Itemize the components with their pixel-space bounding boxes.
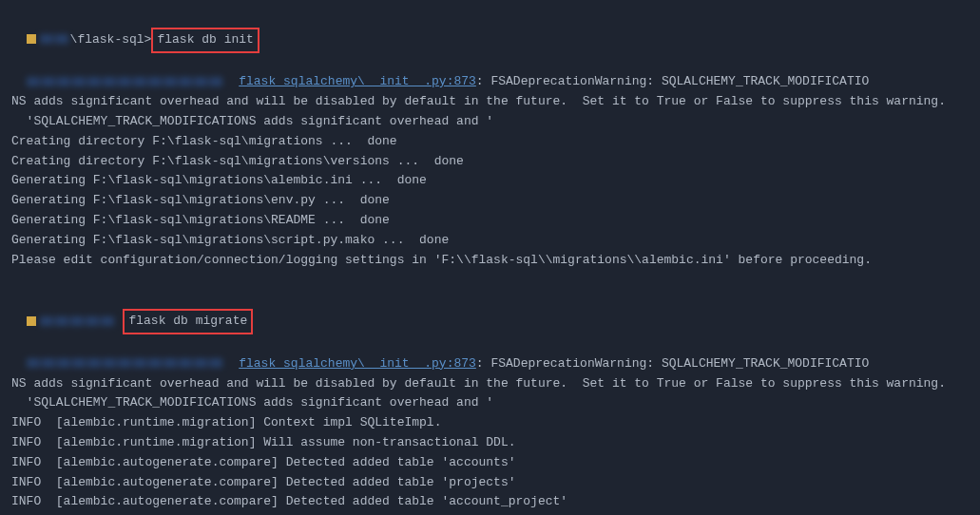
folder-icon <box>27 34 36 44</box>
warning-suffix-2: : FSADeprecationWarning: SQLALCHEMY_TRAC… <box>476 356 869 371</box>
blurred-area <box>27 74 224 88</box>
warning-line-1c: 'SQLALCHEMY_TRACK_MODIFICATIONS adds sig… <box>11 112 969 132</box>
warning-line-2a: flask_sqlalchemy\__init__.py:873: FSADep… <box>11 334 969 374</box>
warning-suffix-1: : FSADeprecationWarning: SQLALCHEMY_TRAC… <box>476 74 869 88</box>
output-line: Creating directory F:\flask-sql\migratio… <box>11 132 969 152</box>
blurred-path <box>40 314 116 328</box>
prompt-line-2: flask db migrate <box>11 289 969 334</box>
output-line: INFO [alembic.autogenerate.compare] Dete… <box>11 492 969 512</box>
prompt-line-1: \flask-sql>flask db init <box>11 8 969 53</box>
command-highlight-1: flask db init <box>151 28 259 53</box>
warning-line-1a: flask_sqlalchemy\__init__.py:873: FSADep… <box>11 53 969 93</box>
command-text-2: flask db migrate <box>128 314 247 328</box>
output-line: INFO [alembic.runtime.migration] Will as… <box>11 433 969 453</box>
output-line: Generating F:\flask-sql\migrations\alemb… <box>11 171 969 191</box>
warning-line-2b: NS adds significant overhead and will be… <box>11 374 969 394</box>
output-line: Please edit configuration/connection/log… <box>11 251 969 271</box>
prompt-path: \flask-sql> <box>70 32 152 47</box>
output-line: Creating directory F:\flask-sql\migratio… <box>11 152 969 172</box>
output-line: INFO [alembic.autogenerate.compare] Dete… <box>11 473 969 493</box>
output-line: Generating F:\flask-sql\migrations\READM… <box>11 211 969 231</box>
blurred-area <box>27 356 224 371</box>
command-highlight-2: flask db migrate <box>123 309 253 334</box>
output-line: INFO [alembic.autogenerate.compare] Dete… <box>11 453 969 473</box>
folder-icon <box>27 316 36 326</box>
blurred-path <box>40 32 70 47</box>
output-line: Generating F:\flask-sql\migrations\scrip… <box>11 231 969 251</box>
warning-link-1[interactable]: flask_sqlalchemy\__init__.py:873 <box>239 74 476 88</box>
command-text-1: flask db init <box>157 32 253 47</box>
warning-link-2[interactable]: flask_sqlalchemy\__init__.py:873 <box>239 356 476 371</box>
output-line: Generating F:\flask-sql\migrations\env.p… <box>11 191 969 211</box>
warning-line-2c: 'SQLALCHEMY_TRACK_MODIFICATIONS adds sig… <box>11 393 969 413</box>
section-gap <box>11 270 969 289</box>
warning-line-1b: NS adds significant overhead and will be… <box>11 92 969 112</box>
output-line: INFO [alembic.runtime.migration] Context… <box>11 413 969 433</box>
